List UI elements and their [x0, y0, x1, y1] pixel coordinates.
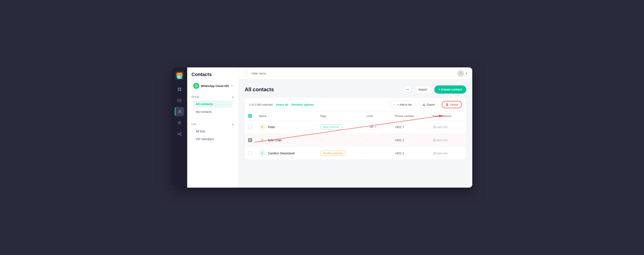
- tag-pending-payment: Pending payment: [320, 151, 346, 156]
- table-header-row: − Name ↑ Tags Lists Pho: [245, 112, 466, 121]
- select-all-checkbox[interactable]: −: [248, 114, 252, 118]
- row-checkbox-peter[interactable]: [248, 125, 252, 129]
- td-checkbox-candice: [245, 147, 256, 160]
- selection-divider: [317, 102, 318, 106]
- sidebar-account[interactable]: WhatsApp Cloud API ▾: [189, 81, 237, 91]
- td-tags-peter: New customer: [317, 121, 363, 134]
- more-options-button[interactable]: •••: [403, 86, 412, 94]
- phone-candice: +852 2: [395, 152, 404, 155]
- sidebar-list-section: List ▲ All lists VIP members: [187, 121, 238, 143]
- list-sync-icon: ⟳: [374, 126, 376, 128]
- nav-item-dashboard[interactable]: [175, 84, 184, 94]
- td-checkbox-peter: [245, 121, 256, 134]
- svg-rect-4: [178, 88, 179, 89]
- avatar-kyle: K: [259, 137, 266, 144]
- td-phone-candice: +852 2: [391, 147, 429, 160]
- avatar-letter-kyle: K: [261, 138, 264, 142]
- email-kyle: @mail.com: [433, 138, 448, 142]
- sidebar-group-header[interactable]: Group ▲: [192, 94, 234, 100]
- td-phone-kyle: +852 1: [391, 134, 429, 147]
- nav-item-contacts[interactable]: [175, 107, 184, 116]
- plus-icon: +: [394, 103, 396, 106]
- delete-button[interactable]: Delete: [442, 101, 462, 108]
- td-email-kyle: @mail.com: [429, 134, 466, 147]
- whatsapp-icon: [193, 83, 199, 89]
- nav-logo: [175, 71, 184, 80]
- sidebar-list-header[interactable]: List ▲: [192, 121, 234, 127]
- list-name-peter: VIP: [370, 126, 374, 128]
- sidebar-group-arrow: ▲: [232, 95, 234, 98]
- import-button[interactable]: Import: [414, 86, 432, 94]
- phone-kyle: +852 1: [395, 138, 404, 142]
- add-to-list-button[interactable]: + + Add to list: [390, 101, 416, 108]
- hide-menu-button[interactable]: ‹ Hide menu: [244, 70, 266, 76]
- contact-name-kyle: Kyle Chan: [268, 138, 282, 142]
- nav-item-inbox[interactable]: [175, 96, 184, 105]
- create-contact-button[interactable]: + Create contact: [434, 86, 466, 94]
- table-card: 1 of 1,000 selected Select all Deselect …: [245, 98, 466, 160]
- th-name-label: Name: [259, 114, 266, 118]
- topbar-dropdown-arrow[interactable]: ▾: [466, 72, 467, 75]
- svg-rect-6: [178, 90, 179, 91]
- th-phone: Phone number: [391, 112, 429, 121]
- th-tags: Tags: [317, 112, 363, 121]
- avatar-letter-candice: C: [261, 152, 264, 155]
- tag-none-kyle: --: [320, 138, 322, 142]
- th-lists: Lists: [363, 112, 391, 121]
- sidebar-item-all-lists[interactable]: All lists: [193, 128, 232, 135]
- td-checkbox-kyle: ✓: [245, 134, 256, 147]
- sidebar-item-my-contacts[interactable]: My contacts: [193, 108, 232, 116]
- sidebar-group-items: All contacts My contacts: [192, 100, 234, 116]
- deselect-link[interactable]: Deselect options: [292, 103, 314, 106]
- export-label: Export: [427, 103, 435, 106]
- sidebar-item-vip-members-label: VIP members: [196, 137, 214, 141]
- svg-rect-2: [178, 76, 180, 77]
- td-list-peter: VIP ⟳: [363, 121, 391, 134]
- import-label: Import: [418, 88, 427, 91]
- topbar: ‹ Hide menu ▾: [239, 68, 472, 80]
- row-checkbox-kyle[interactable]: ✓: [248, 138, 252, 142]
- selection-bar: 1 of 1,000 selected Select all Deselect …: [245, 98, 466, 112]
- sidebar-account-arrow: ▾: [231, 84, 232, 87]
- header-actions: ••• Import + Create contact: [403, 86, 466, 94]
- row-checkbox-candice[interactable]: [248, 151, 252, 155]
- th-checkbox: −: [245, 112, 256, 121]
- svg-rect-8: [178, 99, 181, 102]
- tag-new-customer: New customer: [320, 124, 342, 130]
- contacts-table: − Name ↑ Tags Lists Pho: [245, 112, 466, 160]
- topbar-right: ▾: [457, 70, 467, 77]
- list-none-candice: --: [367, 152, 368, 155]
- export-button[interactable]: Export: [419, 101, 438, 108]
- email-candice: @mail.com: [433, 152, 448, 155]
- email-peter: @mail.com: [433, 125, 448, 129]
- more-icon: •••: [406, 88, 409, 91]
- nav-item-flow[interactable]: [175, 129, 184, 139]
- table-wrapper: − Name ↑ Tags Lists Pho: [245, 112, 466, 160]
- create-contact-label: + Create contact: [438, 88, 462, 91]
- sidebar-item-all-contacts[interactable]: All contacts: [193, 100, 232, 108]
- th-name[interactable]: Name ↑: [256, 112, 317, 121]
- svg-rect-13: [178, 134, 179, 134]
- export-icon: [422, 103, 426, 106]
- sidebar-item-vip-members[interactable]: VIP members: [193, 136, 232, 143]
- list-badge-vip: VIP ⟳: [367, 124, 379, 130]
- td-name-peter: P Peter: [256, 121, 317, 134]
- nav-bar: [172, 68, 187, 188]
- table-row: ✓ K Kyle Chan: [245, 134, 466, 147]
- sidebar-list-arrow: ▲: [232, 122, 234, 126]
- avatar-candice: C: [259, 150, 266, 157]
- main-content: ‹ Hide menu ▾ All contacts •••: [239, 68, 472, 188]
- select-all-link[interactable]: Select all: [276, 103, 288, 106]
- sidebar: Contacts WhatsApp Cloud API ▾ Group ▲ Al…: [187, 68, 239, 188]
- trash-icon: [446, 103, 449, 106]
- svg-rect-7: [180, 90, 181, 91]
- svg-rect-14: [180, 132, 182, 134]
- sidebar-list-label: List: [192, 122, 196, 126]
- td-list-kyle: --: [363, 134, 391, 147]
- sidebar-group-label: Group: [192, 95, 199, 98]
- nav-item-broadcast[interactable]: [175, 118, 184, 128]
- sidebar-item-my-contacts-label: My contacts: [196, 110, 212, 114]
- svg-point-9: [179, 110, 181, 112]
- phone-peter: +852 7: [395, 125, 404, 129]
- contact-name-candice: Candice Swanepoel: [268, 152, 295, 155]
